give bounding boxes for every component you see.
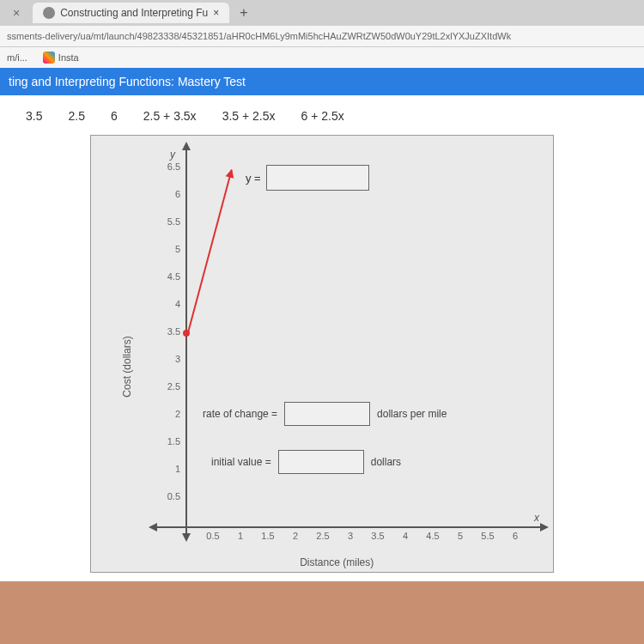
- tab-bar: × Constructing and Interpreting Fu × +: [0, 0, 644, 26]
- tile-option[interactable]: 6: [111, 109, 118, 123]
- x-tick: 4.5: [424, 531, 441, 541]
- tab-title: Constructing and Interpreting Fu: [60, 7, 208, 19]
- y-tick: 5: [161, 244, 180, 254]
- test-header: ting and Interpreting Functions: Mastery…: [0, 68, 644, 95]
- bookmark-item[interactable]: Insta: [43, 52, 79, 64]
- bookmarks-bar: m/i... Insta: [0, 47, 644, 68]
- equation-row: y =: [246, 165, 369, 191]
- rate-drop-target[interactable]: [284, 402, 370, 426]
- graph-panel: Cost (dollars) Distance (miles) y x 6.5 …: [90, 135, 554, 573]
- content-area: 3.5 2.5 6 2.5 + 3.5x 3.5 + 2.5x 6 + 2.5x…: [0, 95, 644, 581]
- draggable-tiles-row: 3.5 2.5 6 2.5 + 3.5x 3.5 + 2.5x 6 + 2.5x: [0, 104, 644, 135]
- y-axis-label: Cost (dollars): [121, 337, 133, 398]
- tile-option[interactable]: 6 + 2.5x: [301, 109, 344, 123]
- y-tick: 5.5: [161, 216, 180, 227]
- x-tick: 2: [287, 531, 304, 541]
- rate-row: rate of change = dollars per mile: [203, 402, 447, 426]
- bookmark-label: Insta: [58, 52, 79, 63]
- x-axis-label: Distance (miles): [300, 556, 374, 568]
- y-axis: [185, 144, 187, 539]
- active-tab[interactable]: Constructing and Interpreting Fu ×: [33, 3, 229, 23]
- browser-chrome: × Constructing and Interpreting Fu × + s…: [0, 0, 644, 68]
- initial-label: initial value =: [211, 456, 271, 468]
- graph-line: [186, 170, 233, 337]
- x-tick: 0.5: [204, 531, 222, 541]
- y-tick: 1.5: [161, 436, 180, 447]
- plot-area: y x 6.5 6 5.5 5 4.5 4 3.5 3 2.5 2 1.5 1 …: [151, 144, 538, 539]
- bookmark-label: m/i...: [7, 52, 27, 63]
- instagram-icon: [43, 52, 55, 64]
- x-tick: 3: [342, 531, 359, 541]
- y-tick: 3: [161, 354, 180, 364]
- y-tick: 6.5: [161, 161, 180, 172]
- equation-prefix: y =: [246, 172, 261, 185]
- tile-option[interactable]: 3.5: [26, 109, 42, 123]
- y-tick: 4.5: [161, 271, 180, 282]
- x-tick: 3.5: [369, 531, 386, 541]
- url-bar[interactable]: ssments-delivery/ua/mt/launch/49823338/4…: [0, 26, 644, 47]
- y-tick: 3.5: [161, 326, 180, 337]
- y-var-label: y: [170, 149, 175, 161]
- x-tick: 2.5: [314, 531, 331, 541]
- y-intercept-point: [183, 330, 190, 337]
- new-tab-button[interactable]: +: [229, 5, 258, 21]
- tile-option[interactable]: 3.5 + 2.5x: [222, 109, 276, 123]
- x-tick: 5: [452, 531, 469, 541]
- x-axis: [151, 526, 546, 528]
- tile-option[interactable]: 2.5 + 3.5x: [143, 109, 197, 123]
- x-tick: 6: [507, 531, 524, 541]
- y-tick: 2.5: [161, 381, 180, 392]
- x-tick: 1.5: [259, 531, 276, 541]
- y-tick: 0.5: [161, 491, 180, 501]
- x-var-label: x: [534, 512, 539, 524]
- y-tick: 2: [161, 409, 180, 419]
- rate-units: dollars per mile: [377, 408, 447, 420]
- initial-units: dollars: [371, 456, 401, 468]
- x-tick: 1: [232, 531, 249, 541]
- initial-drop-target[interactable]: [278, 450, 364, 474]
- y-tick: 6: [161, 189, 180, 199]
- prev-tab-close[interactable]: ×: [0, 6, 33, 20]
- tab-close-icon[interactable]: ×: [213, 7, 219, 19]
- x-tick: 4: [397, 531, 414, 541]
- y-tick: 4: [161, 299, 180, 309]
- y-tick: 1: [161, 464, 180, 474]
- rate-label: rate of change =: [203, 408, 277, 420]
- tab-favicon-icon: [43, 7, 55, 19]
- bookmark-item[interactable]: m/i...: [7, 52, 27, 64]
- equation-drop-target[interactable]: [266, 165, 369, 191]
- graph-wrapper: Cost (dollars) Distance (miles) y x 6.5 …: [0, 135, 644, 573]
- tile-option[interactable]: 2.5: [68, 109, 84, 123]
- initial-row: initial value = dollars: [211, 450, 401, 474]
- x-tick: 5.5: [479, 531, 496, 541]
